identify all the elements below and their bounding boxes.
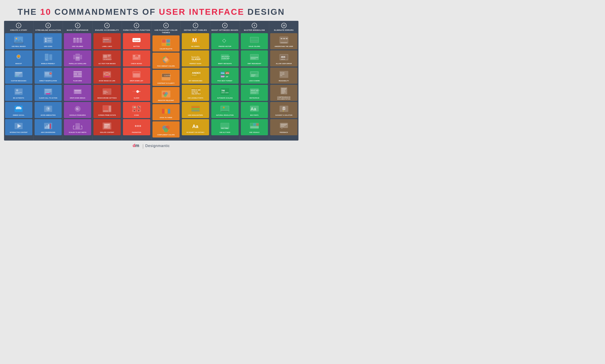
svg-text:Aa: Aa (192, 124, 198, 129)
card-label-col8-2: MINIFY METADATA (218, 63, 232, 65)
card-icon-col10-3: AbCabcAcbABc3bA (278, 70, 290, 79)
svg-rect-144 (162, 109, 164, 114)
column-9: 9MASTER MINIMALISMSOLID COLORSOMIT REDUN… (240, 21, 269, 141)
card-col6-1: COLOR PALETTE (153, 35, 180, 52)
column-10: 10ELIMINATE ERRORSUNDERSTAND THE USER404… (269, 21, 298, 141)
card-icon-col3-4 (72, 87, 84, 96)
columns-grid: 1CREATE A STORYUSE REAL IMAGESMASCOTCUST… (4, 21, 298, 141)
title-number: 10 (40, 7, 51, 17)
card-label-col9-6: USE VISUALS (249, 132, 259, 133)
svg-rect-62 (74, 73, 77, 75)
svg-rect-198 (251, 55, 258, 57)
card-col1-4: BE AUTHENTIC (5, 85, 32, 101)
card-icon-col9-6 (248, 121, 260, 131)
col-header-7: 7DEFINE FONT FAMILIES (184, 23, 207, 32)
svg-rect-212 (250, 123, 253, 126)
col-num-7: 7 (193, 23, 198, 28)
svg-text:🏠: 🏠 (134, 106, 136, 109)
svg-rect-44 (45, 127, 46, 129)
card-label-col5-2: CHECK BOXES (131, 63, 142, 65)
card-label-col3-4: DROP-DOWN MENUS (70, 97, 85, 99)
card-col1-2: MASCOT (5, 50, 32, 66)
card-icon-col4-4 (101, 87, 113, 96)
card-label-col2-6: AIM CONVERSIONS (41, 132, 55, 133)
svg-rect-204 (251, 76, 254, 77)
svg-rect-80 (108, 56, 110, 57)
svg-point-6 (18, 56, 18, 56)
footer-logo: d m (133, 143, 141, 149)
svg-text:?: ? (47, 107, 49, 111)
svg-rect-113 (133, 75, 140, 76)
col-num-3: 3 (75, 23, 80, 28)
card-icon-col7-3: ANDESbougan (190, 70, 202, 79)
svg-rect-64 (74, 76, 82, 77)
card-label-col5-5: ICONS (134, 115, 139, 116)
svg-rect-46 (48, 124, 49, 129)
card-label-col3-2: PARALLAX SCROLLING (69, 63, 86, 65)
svg-rect-199 (251, 57, 258, 58)
card-icon-col2-4 (42, 87, 54, 96)
card-label-col5-4: SLIDER (134, 97, 139, 99)
svg-rect-59 (80, 55, 82, 59)
svg-rect-235 (281, 93, 284, 93)
card-col6-3: CONTRASTCONTRAST IS CLARITY (153, 70, 180, 86)
card-label-col9-5: BIG FONTS (250, 115, 259, 116)
column-2: 2STREAMLINE NAVIGATIONUSE ICONSMOBILE-FR… (34, 21, 63, 141)
svg-text:GIF: GIF (226, 76, 229, 78)
card-label-col1-3: CUSTOM MESSAGES (11, 80, 26, 82)
card-col3-1: USE COLUMNS (64, 33, 91, 49)
card-label-col9-1: SOLID COLORS (249, 46, 260, 47)
card-col6-4: INDUSTRY RELEVANT (153, 87, 180, 103)
col-title-6: USE PLEASANT COLOR THEMES (153, 29, 180, 34)
svg-rect-131 (162, 39, 166, 43)
svg-text:CONTRAST: CONTRAST (164, 75, 171, 77)
svg-rect-166 (192, 110, 200, 111)
svg-rect-31 (45, 72, 49, 75)
svg-point-143 (164, 94, 167, 97)
svg-rect-231 (281, 89, 286, 89)
svg-rect-15 (15, 92, 22, 93)
svg-point-150 (164, 128, 168, 132)
card-icon-col9-2 (248, 52, 260, 62)
title-pre: THE (18, 7, 37, 17)
svg-text:</>: </> (226, 128, 228, 129)
svg-text:🔗 Click Here: 🔗 Click Here (103, 41, 111, 42)
card-icon-col5-5: 🏠📞✉⚙ (130, 104, 142, 114)
svg-rect-3 (14, 42, 24, 44)
card-label-col6-3: CONTRAST IS CLARITY (157, 82, 175, 84)
card-col4-2: Alt: descriptive textALT-TEXT FOR IMAGES (93, 50, 121, 66)
svg-text:GLASER: GLASER (192, 58, 200, 61)
svg-rect-38 (45, 93, 49, 93)
svg-rect-165 (192, 108, 200, 110)
col-title-5: FORM FOLLOWS FUNCTION (123, 29, 150, 32)
card-col8-5: NATURAL RESOLUTION (211, 102, 239, 118)
footer-brand: Designmantic (145, 144, 170, 148)
card-icon-col9-1 (248, 35, 260, 45)
svg-text:G: G (76, 107, 78, 111)
card-col10-5: 💡SUGGEST A SOLUTION (270, 102, 297, 118)
card-icon-col1-5 (13, 104, 25, 114)
card-label-col6-1: COLOR PALETTE (160, 48, 172, 50)
svg-rect-90 (103, 92, 108, 93)
title-post: DESIGN (247, 7, 285, 17)
card-label-col4-4: MONOCHROME SETTINGS (97, 97, 117, 99)
svg-rect-219 (283, 38, 285, 39)
card-col7-1: MNO SERIFS (182, 33, 209, 49)
svg-text:📞: 📞 (138, 106, 140, 109)
svg-rect-95 (109, 106, 111, 112)
svg-rect-53 (80, 39, 82, 39)
card-col8-3: PNGJPGBMPGIFPICK BEST FORMAT (211, 67, 239, 84)
card-icon-col3-6 (72, 121, 84, 131)
card-col9-1: SOLID COLORS (241, 33, 268, 49)
svg-point-238 (283, 107, 285, 109)
svg-rect-12 (15, 76, 18, 77)
card-icon-col9-3 (248, 70, 260, 79)
card-icon-col7-1: M (190, 35, 202, 45)
card-label-col4-3: AVOID IMAGE AS LINK (99, 80, 115, 82)
svg-rect-111 (133, 72, 140, 73)
column-6: 6USE PLEASANT COLOR THEMESCOLOR PALETTEP… (152, 21, 181, 141)
card-label-col1-5: EMBED SOCIAL (13, 115, 25, 116)
card-col10-3: AbCabcAcbABc3bAREADABILITY (270, 67, 297, 84)
card-icon-col1-1 (13, 35, 25, 45)
card-icon-col8-6: IMG TITLE</> (219, 121, 231, 131)
